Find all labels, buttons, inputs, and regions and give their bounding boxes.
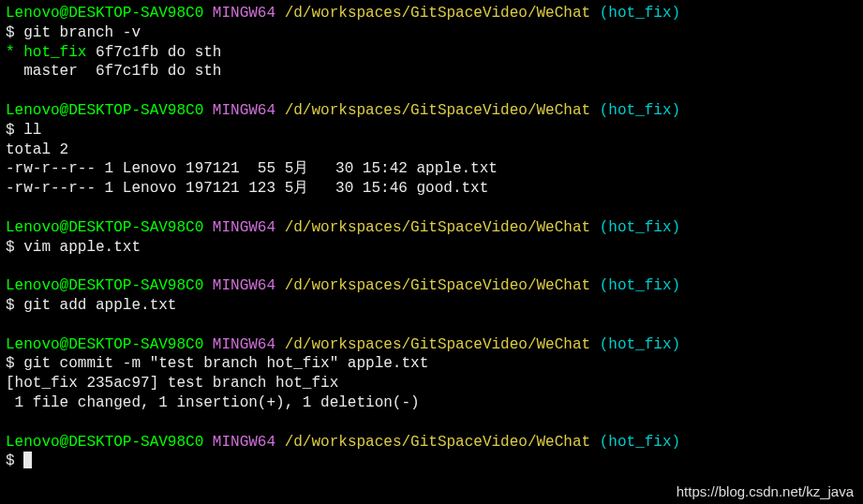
command-line[interactable]: $ (6, 452, 857, 471)
watermark-text: https://blog.csdn.net/kz_java (677, 482, 854, 501)
command-line[interactable]: $ git branch -v (6, 23, 857, 43)
output-line: [hot_fix 235ac97] test branch hot_fix (6, 374, 857, 393)
blank-line (6, 257, 857, 276)
terminal-output[interactable]: Lenovo@DESKTOP-SAV98C0 MINGW64 /d/worksp… (6, 4, 857, 471)
command-line[interactable]: $ git add apple.txt (6, 296, 857, 316)
blank-line (6, 413, 857, 433)
output-line: total 2 (6, 141, 857, 160)
branch-other: master 6f7c1fb do sth (6, 62, 857, 82)
command-line[interactable]: $ vim apple.txt (6, 238, 857, 258)
blank-line (6, 316, 857, 335)
prompt-line: Lenovo@DESKTOP-SAV98C0 MINGW64 /d/worksp… (6, 4, 857, 23)
cursor (23, 452, 32, 468)
output-line: -rw-r--r-- 1 Lenovo 197121 55 5月 30 15:4… (6, 159, 857, 179)
blank-line (6, 82, 857, 101)
prompt-line: Lenovo@DESKTOP-SAV98C0 MINGW64 /d/worksp… (6, 101, 857, 121)
blank-line (6, 199, 857, 218)
output-line: -rw-r--r-- 1 Lenovo 197121 123 5月 30 15:… (6, 179, 857, 199)
output-line: 1 file changed, 1 insertion(+), 1 deleti… (6, 393, 857, 413)
prompt-line: Lenovo@DESKTOP-SAV98C0 MINGW64 /d/worksp… (6, 335, 857, 355)
command-line[interactable]: $ git commit -m "test branch hot_fix" ap… (6, 354, 857, 374)
prompt-line: Lenovo@DESKTOP-SAV98C0 MINGW64 /d/worksp… (6, 276, 857, 296)
command-line[interactable]: $ ll (6, 121, 857, 141)
prompt-line: Lenovo@DESKTOP-SAV98C0 MINGW64 /d/worksp… (6, 218, 857, 238)
branch-current: * hot_fix 6f7c1fb do sth (6, 43, 857, 63)
prompt-line: Lenovo@DESKTOP-SAV98C0 MINGW64 /d/worksp… (6, 433, 857, 452)
